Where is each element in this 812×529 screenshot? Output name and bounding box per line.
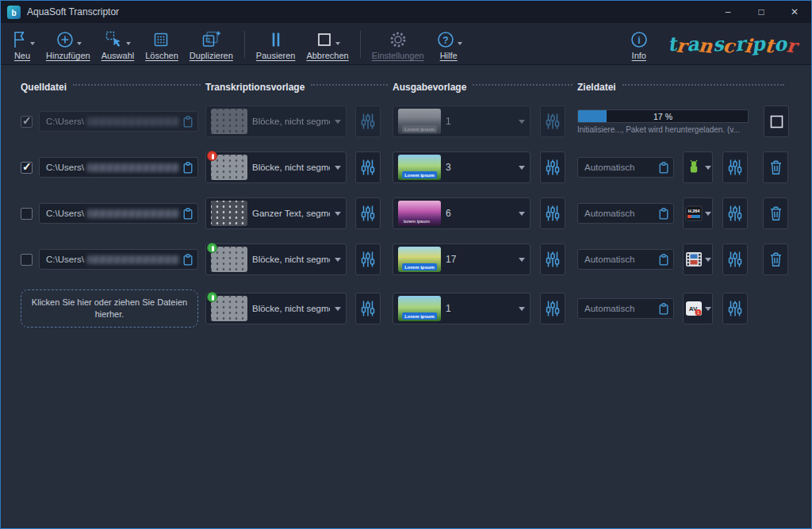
source-path-input[interactable]: C:\Users\ <box>39 157 198 178</box>
output-template-dropdown[interactable]: lorem ipsum 6 <box>393 197 530 229</box>
template-thumbnail <box>211 109 247 134</box>
output-template-dropdown[interactable]: Lorem ipsum 1 <box>393 105 530 137</box>
adjust-sliders-button[interactable] <box>540 105 565 137</box>
file-dropzone[interactable]: Klicken Sie hier oder ziehen Sie Dateien… <box>21 289 198 328</box>
thumbnail-caption: lorem ipsum <box>401 217 432 224</box>
delete-row-button[interactable] <box>763 243 788 275</box>
column-header-transkriptionsvorlage: Transkriptionsvorlage <box>205 82 304 93</box>
maximize-button[interactable]: □ <box>745 1 778 23</box>
close-button[interactable]: ✕ <box>778 1 811 23</box>
header-dotted-line <box>311 84 388 86</box>
source-cell: C:\Users\ <box>21 111 198 132</box>
toolbar-info-button[interactable]: i Info <box>623 28 655 61</box>
adjust-sliders-button[interactable] <box>355 151 381 183</box>
stop-button[interactable] <box>764 105 789 137</box>
output-format-dropdown[interactable] <box>683 243 713 275</box>
toolbar-duplicate-button[interactable]: Duplizieren <box>184 25 239 64</box>
output-thumbnail: Lorem ipsum <box>398 155 441 180</box>
target-cell: Automatisch <box>577 157 674 178</box>
toolbar-new-button[interactable]: Neu <box>4 25 40 64</box>
toolbar-separator <box>360 31 361 58</box>
adjust-sliders-button[interactable] <box>722 197 748 229</box>
output-format-dropdown[interactable]: H.264 <box>683 197 713 229</box>
toolbar-cancel-button[interactable]: Abbrechen <box>301 25 354 64</box>
template-dropdown[interactable]: Ganzer Text, segmentiert <box>205 197 347 229</box>
adjust-sliders-button[interactable] <box>540 197 565 229</box>
clipboard-icon[interactable] <box>658 162 669 174</box>
template-label: Blöcke, nicht segmentier <box>252 117 330 126</box>
adjust-sliders-button[interactable] <box>722 243 748 275</box>
delete-row-button[interactable] <box>763 151 788 183</box>
output-template-dropdown[interactable]: Lorem ipsum 17 <box>393 243 530 275</box>
output-template-dropdown[interactable]: Lorem ipsum 3 <box>393 151 530 183</box>
source-path-input[interactable]: C:\Users\ <box>39 203 198 224</box>
source-path-input[interactable]: C:\Users\ <box>39 111 198 132</box>
redacted-path <box>87 163 179 172</box>
template-dropdown[interactable]: Blöcke, nicht segmentier <box>205 105 347 137</box>
toolbar-add-button[interactable]: Hinzufügen <box>40 25 96 64</box>
delete-block-icon <box>151 29 172 50</box>
chevron-down-icon <box>335 212 341 216</box>
adjust-sliders-button[interactable] <box>355 243 381 275</box>
toolbar-help-button[interactable]: ? Hilfe <box>430 25 468 64</box>
row-checkbox[interactable] <box>21 116 33 128</box>
source-path-text: C:\Users\ <box>46 255 84 264</box>
toolbar-delete-button[interactable]: Löschen <box>140 25 184 64</box>
adjust-sliders-button[interactable] <box>722 293 748 324</box>
template-dropdown[interactable]: Blöcke, nicht segmentier <box>205 293 347 324</box>
chevron-down-icon <box>30 42 35 45</box>
target-file-input[interactable]: Automatisch <box>577 157 674 178</box>
delete-row-button[interactable] <box>763 197 788 229</box>
clipboard-icon[interactable] <box>658 254 669 266</box>
clipboard-icon[interactable] <box>182 208 193 220</box>
transcription-row: Klicken Sie hier oder ziehen Sie Dateien… <box>21 289 789 328</box>
target-file-input[interactable]: Automatisch <box>577 203 674 224</box>
output-format-dropdown[interactable] <box>683 151 713 183</box>
chevron-down-icon <box>519 212 525 216</box>
clipboard-icon[interactable] <box>182 116 193 128</box>
thumbnail-caption: Lorem ipsum <box>402 171 437 178</box>
toolbar-settings-button[interactable]: Einstellungen <box>366 25 430 64</box>
target-file-input[interactable]: Automatisch <box>577 298 674 319</box>
red-badge-icon <box>207 151 217 161</box>
clipboard-icon[interactable] <box>658 303 669 315</box>
output-template-value: 3 <box>446 162 514 173</box>
h264-icon: H.264 <box>685 205 703 222</box>
adjust-sliders-button[interactable] <box>355 197 381 229</box>
source-path-input[interactable]: C:\Users\ <box>39 249 198 270</box>
app-window: b AquaSoft Transcriptor – □ ✕ Neu Hinzuf… <box>0 0 812 529</box>
clipboard-icon[interactable] <box>182 254 193 266</box>
target-file-value: Automatisch <box>584 304 655 313</box>
redacted-path <box>87 117 179 126</box>
target-file-input[interactable]: Automatisch <box>577 249 674 270</box>
chevron-down-icon <box>335 166 341 170</box>
adjust-sliders-button[interactable] <box>540 243 565 275</box>
template-thumbnail <box>211 247 247 272</box>
chevron-down-icon <box>519 258 525 262</box>
clipboard-icon[interactable] <box>182 162 193 174</box>
row-checkbox[interactable] <box>21 254 33 266</box>
row-checkbox[interactable] <box>21 208 33 220</box>
adjust-sliders-button[interactable] <box>722 151 748 183</box>
stop-icon <box>315 29 334 50</box>
column-header-zieldatei: Zieldatei <box>577 82 616 93</box>
add-icon <box>55 29 75 50</box>
row-checkbox[interactable] <box>21 162 33 174</box>
output-template-dropdown[interactable]: Lorem ipsum 1 <box>393 293 530 324</box>
adjust-sliders-button[interactable] <box>540 293 565 324</box>
template-dropdown[interactable]: Blöcke, nicht segmentier <box>205 243 347 275</box>
toolbar-pause-button[interactable]: Pausieren <box>251 25 301 64</box>
column-headers: Quelldatei Transkriptionsvorlage Ausgabe… <box>21 82 789 93</box>
chevron-down-icon <box>519 307 525 311</box>
adjust-sliders-button[interactable] <box>355 105 381 137</box>
adjust-sliders-button[interactable] <box>355 293 381 324</box>
output-format-dropdown[interactable]: AV1 <box>683 293 713 324</box>
target-file-value: Automatisch <box>584 163 655 172</box>
progress-bar: 17 % <box>577 109 749 123</box>
template-dropdown[interactable]: Blöcke, nicht segmentier <box>205 151 347 183</box>
clipboard-icon[interactable] <box>658 208 669 220</box>
toolbar-selection-button[interactable]: Auswahl <box>96 25 140 64</box>
source-cell: C:\Users\ <box>21 249 198 270</box>
minimize-button[interactable]: – <box>711 1 745 23</box>
adjust-sliders-button[interactable] <box>540 151 565 183</box>
